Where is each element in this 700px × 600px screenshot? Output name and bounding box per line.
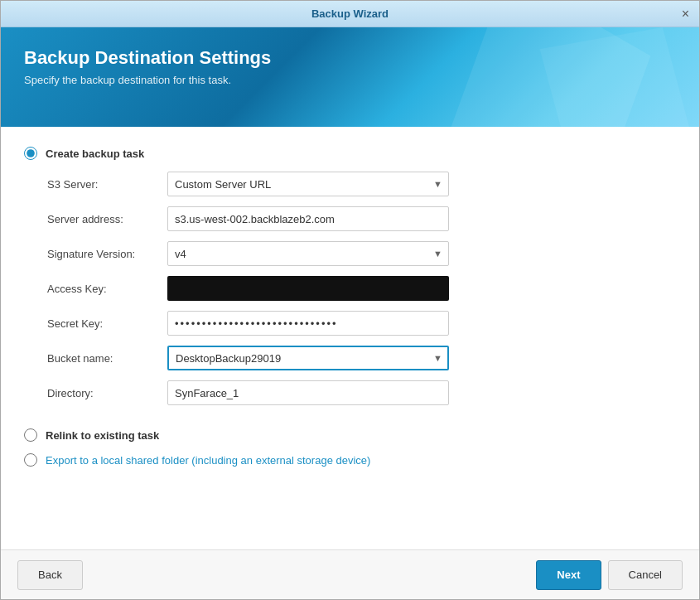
bucket-name-select-wrapper: DesktopBackup29019 ▼ (167, 346, 449, 370)
content-area: Create backup task S3 Server: Custom Ser… (1, 127, 699, 549)
title-bar: Backup Wizard × (1, 1, 699, 27)
directory-row: Directory: (47, 380, 676, 405)
back-button[interactable]: Back (17, 560, 83, 590)
form-section: S3 Server: Custom Server URL Amazon S3 B… (47, 172, 676, 405)
signature-version-select-wrapper: v2 v4 ▼ (167, 241, 449, 266)
signature-version-control: v2 v4 ▼ (167, 241, 449, 266)
create-task-label[interactable]: Create backup task (46, 148, 144, 160)
access-key-label: Access Key: (47, 283, 167, 295)
secret-key-label: Secret Key: (47, 317, 167, 330)
directory-input[interactable] (167, 380, 449, 405)
export-task-radio[interactable] (24, 453, 37, 467)
access-key-row: Access Key: (47, 276, 676, 301)
s3-server-label: S3 Server: (47, 178, 167, 191)
bucket-name-control: DesktopBackup29019 ▼ (167, 346, 449, 370)
next-button[interactable]: Next (536, 560, 601, 590)
banner-title: Backup Destination Settings (24, 47, 676, 69)
footer-left: Back (17, 560, 83, 590)
relink-task-label[interactable]: Relink to existing task (46, 429, 159, 442)
relink-option[interactable]: Relink to existing task (24, 428, 676, 442)
server-address-row: Server address: (47, 206, 676, 231)
footer: Back Next Cancel (1, 549, 699, 599)
signature-version-label: Signature Version: (47, 248, 167, 260)
close-button[interactable]: × (682, 7, 689, 21)
export-option[interactable]: Export to a local shared folder (includi… (24, 453, 676, 467)
server-address-control (167, 206, 449, 231)
bucket-name-label: Bucket name: (47, 352, 167, 365)
s3-server-select[interactable]: Custom Server URL Amazon S3 Backblaze B2 (167, 172, 449, 196)
server-address-input[interactable] (167, 206, 449, 231)
export-task-label[interactable]: Export to a local shared folder (includi… (46, 454, 370, 467)
s3-server-row: S3 Server: Custom Server URL Amazon S3 B… (47, 172, 676, 196)
secret-key-control (167, 311, 449, 336)
secret-key-input[interactable] (167, 311, 449, 336)
access-key-bar[interactable] (167, 276, 449, 301)
secret-key-row: Secret Key: (47, 311, 676, 336)
header-banner: Backup Destination Settings Specify the … (1, 27, 699, 127)
dialog-title: Backup Wizard (311, 7, 389, 20)
create-task-radio[interactable] (24, 147, 37, 160)
cancel-button[interactable]: Cancel (608, 560, 683, 590)
directory-label: Directory: (47, 387, 167, 399)
relink-task-radio[interactable] (24, 428, 37, 442)
server-address-label: Server address: (47, 213, 167, 225)
banner-subtitle: Specify the backup destination for this … (24, 74, 676, 86)
access-key-control (167, 276, 449, 301)
signature-version-select[interactable]: v2 v4 (167, 241, 449, 266)
s3-server-control: Custom Server URL Amazon S3 Backblaze B2… (167, 172, 449, 196)
footer-right: Next Cancel (536, 560, 683, 590)
signature-version-row: Signature Version: v2 v4 ▼ (47, 241, 676, 266)
create-task-option[interactable]: Create backup task (24, 147, 676, 160)
bucket-name-row: Bucket name: DesktopBackup29019 ▼ (47, 346, 676, 370)
dialog: Backup Wizard × Backup Destination Setti… (0, 0, 700, 600)
directory-control (167, 380, 449, 405)
bucket-name-select[interactable]: DesktopBackup29019 (167, 346, 449, 370)
s3-server-select-wrapper: Custom Server URL Amazon S3 Backblaze B2… (167, 172, 449, 196)
